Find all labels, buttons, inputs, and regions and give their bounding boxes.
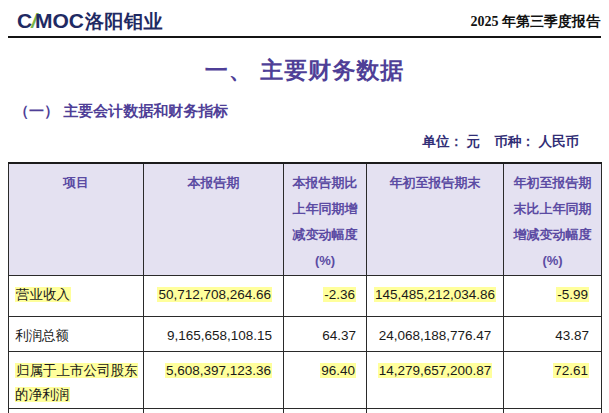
ytd-change-cell: 72.61 <box>504 351 602 408</box>
cell-text: 64.37 <box>322 328 356 343</box>
ytd-cell: 145,485,212,034.86 <box>367 275 504 316</box>
item-cell <box>9 408 144 413</box>
highlighted-text: -5.99 <box>556 287 589 302</box>
column-header-ytd-change: 年初至报告期 末比上年同期 增减变动幅度 (%) <box>504 163 602 275</box>
cell-text: 9,165,658,108.15 <box>167 328 272 343</box>
table-row-operating-revenue: 营业收入 50,712,708,264.66 -2.36 145,485,212… <box>9 275 602 316</box>
table-row-partial-cutoff <box>9 408 602 413</box>
column-header-item: 项目 <box>9 163 144 275</box>
current-change-cell: 96.40 <box>284 351 367 408</box>
cell-text: 利润总额 <box>15 328 69 343</box>
highlighted-text: -2.36 <box>323 287 356 302</box>
ytd-change-cell: -5.99 <box>504 275 602 316</box>
item-cell: 利润总额 <box>9 316 144 351</box>
highlighted-text: 5,608,397,123.36 <box>165 363 272 378</box>
subsection-title: （一） 主要会计数据和财务指标 <box>14 102 609 121</box>
cell-text: 24,068,188,776.47 <box>379 328 492 343</box>
current-period-cell <box>144 408 284 413</box>
highlighted-text: 50,712,708,264.66 <box>157 287 272 302</box>
current-change-cell: -2.36 <box>284 275 367 316</box>
highlighted-text: 96.40 <box>320 363 356 378</box>
logo-company-name: 洛阳钼业 <box>85 11 163 32</box>
ytd-cell: 14,279,657,200.87 <box>367 351 504 408</box>
table-header-row: 项目 本报告期 本报告期比 上年同期增 减变动幅度 (%) 年初至报告期末 年初… <box>9 163 602 275</box>
table-row-total-profit: 利润总额 9,165,658,108.15 64.37 24,068,188,7… <box>9 316 602 351</box>
item-cell: 归属于上市公司股东 的净利润 <box>9 351 144 408</box>
ytd-cell: 24,068,188,776.47 <box>367 316 504 351</box>
item-cell: 营业收入 <box>9 275 144 316</box>
cell-text: 43.87 <box>555 328 589 343</box>
ytd-change-cell <box>504 408 602 413</box>
current-period-cell: 50,712,708,264.66 <box>144 275 284 316</box>
highlighted-text: 14,279,657,200.87 <box>378 363 493 378</box>
ytd-cell <box>367 408 504 413</box>
logo-letters-moc: MOC <box>35 9 84 32</box>
unit-label: 单位： 元 <box>422 134 480 149</box>
column-header-current-period: 本报告期 <box>144 163 284 275</box>
unit-currency-line: 单位： 元币种： 人民币 <box>0 133 579 151</box>
highlighted-text: 145,485,212,034.86 <box>374 287 496 302</box>
current-period-cell: 5,608,397,123.36 <box>144 351 284 408</box>
column-header-ytd: 年初至报告期末 <box>367 163 504 275</box>
section-title: 一、 主要财务数据 <box>0 55 609 86</box>
ytd-change-cell: 43.87 <box>504 316 602 351</box>
current-change-cell: 64.37 <box>284 316 367 351</box>
highlighted-text: 归属于上市公司股东 的净利润 <box>15 363 138 402</box>
table-row-net-profit-attributable: 归属于上市公司股东 的净利润 5,608,397,123.36 96.40 14… <box>9 351 602 408</box>
highlighted-text: 72.61 <box>553 363 589 378</box>
currency-label: 币种： 人民币 <box>494 134 579 149</box>
logo-letter-c: C <box>17 9 32 32</box>
highlighted-text: 营业收入 <box>15 287 71 302</box>
current-change-cell <box>284 408 367 413</box>
report-title: 2025 年第三季度报告 <box>471 13 601 34</box>
current-period-cell: 9,165,658,108.15 <box>144 316 284 351</box>
header-divider <box>8 36 601 38</box>
financial-data-table: 项目 本报告期 本报告期比 上年同期增 减变动幅度 (%) 年初至报告期末 年初… <box>8 162 602 413</box>
page-header: C/MOC洛阳钼业 2025 年第三季度报告 <box>0 0 609 34</box>
cmoc-logo: C/MOC洛阳钼业 <box>17 8 163 34</box>
column-header-current-period-change: 本报告期比 上年同期增 减变动幅度 (%) <box>284 163 367 275</box>
